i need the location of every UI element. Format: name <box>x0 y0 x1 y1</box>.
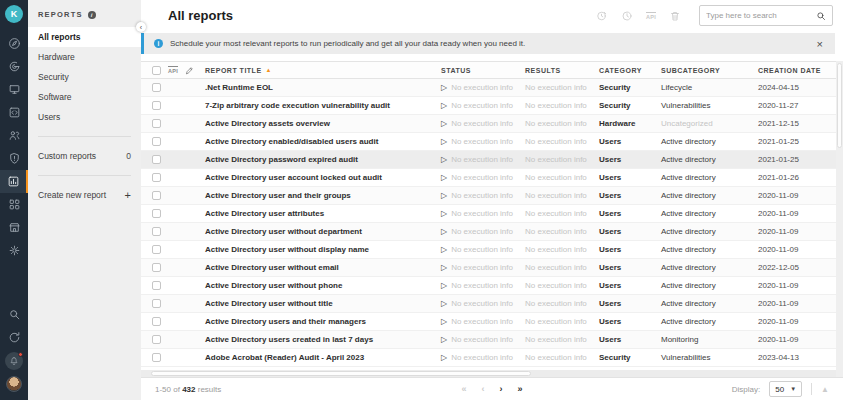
row-checkbox[interactable] <box>152 209 161 218</box>
trash-icon[interactable] <box>669 10 681 22</box>
run-report-icon[interactable]: ▷ <box>441 156 447 164</box>
clock-icon[interactable] <box>621 10 633 22</box>
column-header-creation-date[interactable]: CREATION DATE <box>746 67 836 74</box>
gear-icon[interactable] <box>0 239 28 262</box>
report-title[interactable]: Active Directory user account locked out… <box>193 173 429 182</box>
sidebar-item-users[interactable]: Users <box>28 107 141 127</box>
sidebar-collapse-button[interactable]: ‹ <box>136 22 146 32</box>
run-report-icon[interactable]: ▷ <box>441 300 447 308</box>
search-box[interactable] <box>699 5 833 26</box>
report-title[interactable]: Active Directory assets overview <box>193 119 429 128</box>
row-checkbox[interactable] <box>152 299 161 308</box>
users-icon[interactable] <box>0 124 28 147</box>
api-column-icon[interactable]: API <box>168 66 178 74</box>
report-title[interactable]: Active Directory user without phone <box>193 281 429 290</box>
report-title[interactable]: Active Directory user without title <box>193 299 429 308</box>
table-row[interactable]: Active Directory user without title ▷ No… <box>141 295 836 313</box>
run-report-icon[interactable]: ▷ <box>441 138 447 146</box>
reports-chart-icon[interactable] <box>0 170 28 193</box>
workspace-logo[interactable]: K <box>5 5 23 23</box>
sidebar-item-security[interactable]: Security <box>28 67 141 87</box>
refresh-icon[interactable] <box>0 326 28 349</box>
monitor-icon[interactable] <box>0 78 28 101</box>
row-checkbox[interactable] <box>152 281 161 290</box>
sidebar-item-all-reports[interactable]: All reports <box>28 27 141 47</box>
radar-icon[interactable] <box>0 55 28 78</box>
row-checkbox[interactable] <box>152 227 161 236</box>
code-box-icon[interactable] <box>0 101 28 124</box>
bell-icon[interactable] <box>0 349 28 372</box>
next-page-button[interactable]: › <box>500 384 503 394</box>
table-row[interactable]: Adobe Acrobat (Reader) Audit - April 202… <box>141 349 836 367</box>
table-row[interactable]: Active Directory user account locked out… <box>141 169 836 187</box>
report-title[interactable]: Active Directory users and their manager… <box>193 317 429 326</box>
run-report-icon[interactable]: ▷ <box>441 228 447 236</box>
table-row[interactable]: Active Directory user and their groups ▷… <box>141 187 836 205</box>
run-report-icon[interactable]: ▷ <box>441 354 447 362</box>
collapse-up-icon[interactable]: ▲ <box>821 385 829 394</box>
apps-grid-icon[interactable] <box>0 193 28 216</box>
vertical-scrollbar[interactable] <box>836 61 843 377</box>
column-header-status[interactable]: STATUS <box>429 67 513 74</box>
api-icon[interactable]: API <box>646 12 656 20</box>
report-title[interactable]: Active Directory password expired audit <box>193 155 429 164</box>
column-header-subcategory[interactable]: SUBCATEGORY <box>649 67 746 74</box>
table-row[interactable]: Active Directory assets overview ▷ No ex… <box>141 115 836 133</box>
row-checkbox[interactable] <box>152 173 161 182</box>
row-checkbox[interactable] <box>152 245 161 254</box>
sidebar-item-software[interactable]: Software <box>28 87 141 107</box>
report-title[interactable]: .Net Runtime EOL <box>193 83 429 92</box>
run-report-icon[interactable]: ▷ <box>441 282 447 290</box>
user-avatar[interactable] <box>6 376 22 392</box>
row-checkbox[interactable] <box>152 317 161 326</box>
sidebar-item-hardware[interactable]: Hardware <box>28 47 141 67</box>
search-icon[interactable] <box>0 303 28 326</box>
schedule-report-icon[interactable] <box>596 10 608 22</box>
table-row[interactable]: Active Directory password expired audit … <box>141 151 836 169</box>
table-row[interactable]: Active Directory user without display na… <box>141 241 836 259</box>
run-report-icon[interactable]: ▷ <box>441 174 447 182</box>
run-report-icon[interactable]: ▷ <box>441 210 447 218</box>
previous-page-button[interactable]: ‹ <box>482 384 485 394</box>
row-checkbox[interactable] <box>152 83 161 92</box>
table-row[interactable]: Active Directory users created in last 7… <box>141 331 836 349</box>
shield-icon[interactable] <box>0 147 28 170</box>
info-icon[interactable]: i <box>88 11 96 19</box>
report-title[interactable]: Adobe Acrobat (Reader) Audit - April 202… <box>193 353 429 362</box>
run-report-icon[interactable]: ▷ <box>441 102 447 110</box>
report-title[interactable]: Active Directory user without department <box>193 227 429 236</box>
report-title[interactable]: Active Directory users created in last 7… <box>193 335 429 344</box>
row-checkbox[interactable] <box>152 353 161 362</box>
table-row[interactable]: .Net Runtime EOL ▷ No execution info No … <box>141 79 836 97</box>
close-icon[interactable]: × <box>815 39 825 49</box>
row-checkbox[interactable] <box>152 263 161 272</box>
report-title[interactable]: Active Directory enabled/disabled users … <box>193 137 429 146</box>
compass-icon[interactable] <box>0 32 28 55</box>
report-title[interactable]: Active Directory user and their groups <box>193 191 429 200</box>
scrollbar-thumb[interactable] <box>151 371 531 376</box>
table-row[interactable]: 7-Zip arbitrary code execution vulnerabi… <box>141 97 836 115</box>
sidebar-item-custom-reports[interactable]: Custom reports 0 <box>28 146 141 166</box>
search-input[interactable] <box>706 11 812 20</box>
column-header-category[interactable]: CATEGORY <box>587 67 649 74</box>
run-report-icon[interactable]: ▷ <box>441 192 447 200</box>
run-report-icon[interactable]: ▷ <box>441 246 447 254</box>
store-icon[interactable] <box>0 216 28 239</box>
table-row[interactable]: Active Directory user without department… <box>141 223 836 241</box>
report-title[interactable]: 7-Zip arbitrary code execution vulnerabi… <box>193 101 429 110</box>
scrollbar-thumb[interactable] <box>837 63 842 148</box>
horizontal-scrollbar[interactable] <box>141 370 836 377</box>
first-page-button[interactable]: « <box>461 384 466 394</box>
create-new-report-button[interactable]: Create new report + <box>28 185 141 205</box>
run-report-icon[interactable]: ▷ <box>441 84 447 92</box>
report-title[interactable]: Active Directory user attributes <box>193 209 429 218</box>
run-report-icon[interactable]: ▷ <box>441 336 447 344</box>
last-page-button[interactable]: » <box>518 384 523 394</box>
row-checkbox[interactable] <box>152 155 161 164</box>
run-report-icon[interactable]: ▷ <box>441 318 447 326</box>
table-row[interactable]: Active Directory user without email ▷ No… <box>141 259 836 277</box>
report-title[interactable]: Active Directory user without email <box>193 263 429 272</box>
row-checkbox[interactable] <box>152 119 161 128</box>
column-header-report-title[interactable]: REPORT TITLE▲ <box>193 67 429 74</box>
table-row[interactable]: Active Directory enabled/disabled users … <box>141 133 836 151</box>
